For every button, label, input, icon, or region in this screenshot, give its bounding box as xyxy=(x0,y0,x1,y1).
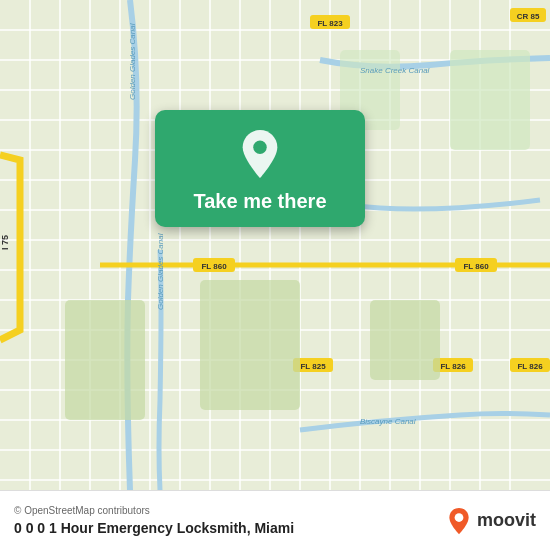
svg-text:FL 860: FL 860 xyxy=(201,262,227,271)
svg-text:FL 826: FL 826 xyxy=(440,362,466,371)
bottom-bar: © OpenStreetMap contributors 0 0 0 1 Hou… xyxy=(0,490,550,550)
location-pin-icon xyxy=(237,128,283,180)
svg-point-58 xyxy=(253,141,266,154)
svg-text:Golden Glades Canal: Golden Glades Canal xyxy=(128,23,137,100)
svg-rect-52 xyxy=(450,50,530,150)
moovit-pin-icon xyxy=(445,507,473,535)
take-me-there-button[interactable]: Take me there xyxy=(155,110,365,227)
svg-rect-50 xyxy=(200,280,300,410)
svg-rect-51 xyxy=(370,300,440,380)
svg-text:FL 823: FL 823 xyxy=(317,19,343,28)
moovit-text: moovit xyxy=(477,510,536,531)
copyright-text: © OpenStreetMap contributors xyxy=(14,505,294,516)
svg-text:CR 85: CR 85 xyxy=(517,12,540,21)
bottom-left-info: © OpenStreetMap contributors 0 0 0 1 Hou… xyxy=(14,505,294,536)
cta-label: Take me there xyxy=(193,190,326,213)
svg-rect-49 xyxy=(65,300,145,420)
moovit-logo: moovit xyxy=(445,507,536,535)
svg-text:Snake Creek Canal: Snake Creek Canal xyxy=(360,66,430,75)
location-name: 0 0 0 1 Hour Emergency Locksmith, Miami xyxy=(14,520,294,536)
svg-text:I 75: I 75 xyxy=(0,235,10,250)
svg-text:Biscayne Canal: Biscayne Canal xyxy=(360,417,416,426)
svg-text:Golden Glades Canal: Golden Glades Canal xyxy=(156,233,165,310)
svg-point-59 xyxy=(455,513,464,522)
svg-text:FL 860: FL 860 xyxy=(463,262,489,271)
map-container: I 75 FL 860 FL 860 FL 823 FL 825 FL 826 … xyxy=(0,0,550,490)
map-background: I 75 FL 860 FL 860 FL 823 FL 825 FL 826 … xyxy=(0,0,550,490)
svg-text:FL 825: FL 825 xyxy=(300,362,326,371)
svg-text:FL 826: FL 826 xyxy=(517,362,543,371)
